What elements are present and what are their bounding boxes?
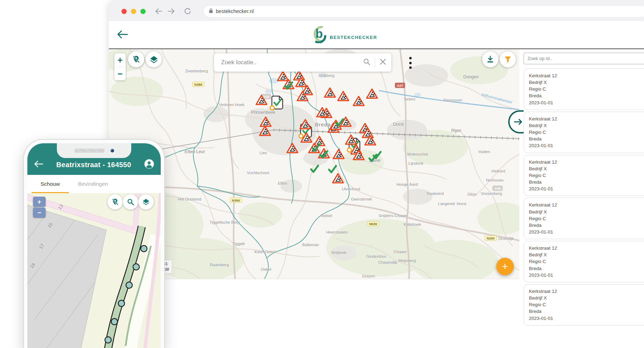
card-line: Breda	[529, 179, 644, 185]
phone-search-button[interactable]	[123, 194, 138, 210]
content-area: N389A27A16N394N639A58N260 ZwartenbergStr…	[109, 48, 644, 348]
result-card[interactable]: Kerkstraat 12Bedrijf XRegio CBreda2023-0…	[524, 112, 644, 153]
layers-button[interactable]	[146, 51, 162, 67]
road-shield: A27	[395, 83, 405, 88]
phone-zoom-in-button[interactable]: +	[33, 197, 46, 207]
card-line: Kerkstraat 12	[529, 288, 644, 295]
account-icon[interactable]	[144, 159, 154, 171]
roadwork-marker[interactable]	[366, 88, 378, 99]
card-line: Kerkstraat 12	[529, 159, 644, 165]
card-line: 2023-01-01	[529, 185, 644, 192]
inspection-dot[interactable]	[133, 264, 139, 270]
roadwork-marker[interactable]	[352, 96, 365, 107]
document-marker[interactable]	[269, 94, 285, 111]
card-line: Bedrijf X	[529, 122, 644, 129]
card-line: Kerkstraat 12	[529, 72, 644, 79]
roadwork-marker[interactable]	[332, 173, 344, 184]
logo-text: BESTEKCHECKER	[330, 35, 377, 40]
road-shield: N639	[367, 221, 379, 226]
url-bar[interactable]: bestekchecker.nl	[204, 6, 644, 17]
card-line: Kerkstraat 12	[529, 202, 644, 208]
maximize-window-button[interactable]	[140, 9, 146, 14]
result-card[interactable]: Kerkstraat 12Bedrijf XRegio CBreda2023-0…	[524, 241, 644, 282]
roadwork-marker[interactable]	[337, 91, 350, 102]
tab-schouw[interactable]: Schouw	[32, 175, 69, 193]
map-zoom-control: + −	[114, 53, 126, 80]
browser-toolbar: bestekchecker.nl	[109, 1, 644, 21]
inspection-dot[interactable]	[118, 300, 125, 307]
check-marker[interactable]	[328, 165, 337, 174]
roadwork-marker[interactable]	[352, 150, 365, 161]
search-location-input[interactable]	[221, 59, 363, 66]
result-card[interactable]: Kerkstraat 12Bedrijf XRegio CBreda2023-0…	[524, 284, 644, 326]
card-line: Bedrijf X	[529, 209, 644, 215]
roadwork-marker[interactable]	[286, 143, 299, 154]
check-marker[interactable]	[372, 151, 382, 160]
layers-icon	[150, 55, 158, 64]
card-line: 2023-01-01	[529, 229, 644, 235]
card-line: Regio C	[529, 215, 644, 222]
add-button[interactable]: +	[496, 258, 514, 275]
zoom-in-button[interactable]: +	[114, 53, 126, 67]
filter-button[interactable]	[500, 51, 516, 67]
roadwork-marker[interactable]	[299, 119, 312, 130]
inspection-dot[interactable]	[141, 245, 147, 252]
location-off-button[interactable]	[128, 51, 144, 67]
card-line: Regio C	[529, 172, 644, 179]
browser-back-button[interactable]	[155, 7, 162, 15]
roadwork-marker[interactable]	[316, 107, 328, 118]
check-marker[interactable]	[310, 165, 319, 173]
close-window-button[interactable]	[121, 9, 127, 14]
roadwork-marker[interactable]	[324, 87, 336, 98]
search-icon	[127, 198, 134, 206]
search-icon[interactable]	[363, 58, 371, 67]
phone-screen: Beatrixstraat - 164550 Schouw Bevindinge…	[27, 143, 161, 348]
roadwork-marker[interactable]	[255, 94, 268, 106]
roadwork-marker[interactable]	[259, 125, 271, 137]
download-button[interactable]	[482, 51, 498, 67]
phone-map[interactable]: 13151719 + −	[27, 193, 161, 348]
result-card[interactable]: Kerkstraat 12Bedrijf XRegio CBreda2023-0…	[524, 198, 644, 239]
result-card[interactable]: Kerkstraat 12Bedrijf XRegio CBreda2023-0…	[524, 155, 644, 196]
lock-icon	[209, 8, 213, 14]
roadwork-marker[interactable]	[300, 132, 313, 143]
result-card[interactable]: Kerkstraat 12Bedrijf XRegio CBreda2023-0…	[524, 68, 644, 110]
road-shield: A58	[492, 186, 503, 191]
results-sidebar: Kerkstraat 12Bedrijf XRegio CBreda2023-0…	[519, 49, 644, 348]
card-line: Regio C	[529, 301, 644, 308]
bestekchecker-logo: b BESTEKCHECKER	[311, 25, 377, 45]
phone-layers-button[interactable]	[138, 194, 154, 210]
card-line: 2023-01-01	[529, 272, 644, 278]
card-line: Breda	[529, 136, 644, 142]
phone-map-background: 13151719	[27, 193, 161, 348]
check-marker[interactable]	[319, 150, 328, 159]
card-line: 2023-01-01	[529, 99, 644, 106]
map-canvas[interactable]: N389A27A16N394N639A58N260 ZwartenbergStr…	[109, 49, 519, 279]
roadwork-marker[interactable]	[332, 149, 345, 160]
check-marker[interactable]	[284, 81, 293, 90]
roadwork-marker[interactable]	[296, 91, 309, 102]
browser-forward-button[interactable]	[167, 7, 175, 15]
roadwork-marker[interactable]	[364, 135, 377, 146]
tab-bevindingen[interactable]: Bevindingen	[69, 175, 117, 193]
browser-reload-button[interactable]	[184, 7, 191, 15]
map-options-menu[interactable]	[406, 55, 415, 70]
phone-location-off-button[interactable]	[107, 194, 123, 210]
window-controls	[121, 9, 146, 14]
location-off-icon	[132, 55, 140, 64]
phone-zoom-out-button[interactable]: −	[33, 208, 46, 218]
inspection-dot[interactable]	[105, 337, 111, 343]
phone-back-arrow[interactable]	[34, 160, 44, 170]
card-line: Regio C	[529, 86, 644, 92]
zoom-out-button[interactable]: −	[114, 67, 126, 80]
check-marker[interactable]	[335, 118, 344, 127]
search-id-input[interactable]	[524, 53, 644, 64]
inspection-dot[interactable]	[126, 282, 132, 288]
clear-search-icon[interactable]	[379, 58, 386, 67]
app-back-arrow[interactable]	[117, 29, 128, 39]
inspection-dot[interactable]	[111, 319, 118, 325]
minimize-window-button[interactable]	[131, 9, 136, 14]
phone-notch	[57, 143, 131, 158]
url-text: bestekchecker.nl	[216, 8, 254, 14]
map-background	[109, 49, 519, 279]
